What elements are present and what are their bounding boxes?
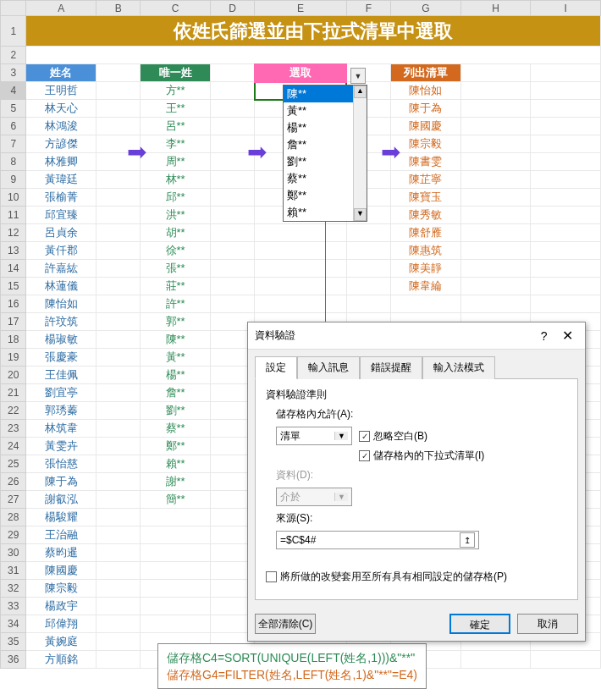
unique-cell[interactable]: 蔡** [141, 420, 211, 438]
name-cell[interactable]: 郭琇蓁 [26, 402, 96, 420]
unique-cell[interactable]: 胡** [141, 224, 211, 242]
row-21[interactable]: 21 [1, 384, 26, 402]
result-cell[interactable]: 陳于為 [391, 100, 461, 118]
name-cell[interactable]: 謝叡泓 [26, 491, 96, 509]
row-4[interactable]: 4 [1, 82, 26, 100]
row-27[interactable]: 27 [1, 491, 26, 509]
unique-cell[interactable]: 方** [141, 82, 211, 100]
row-13[interactable]: 13 [1, 242, 26, 260]
row-15[interactable]: 15 [1, 278, 26, 295]
row-17[interactable]: 17 [1, 313, 26, 331]
name-cell[interactable]: 蔡昀暹 [26, 544, 96, 562]
unique-cell[interactable]: 楊** [141, 367, 211, 384]
unique-cell[interactable]: 呂** [141, 118, 211, 135]
row-12[interactable]: 12 [1, 224, 26, 242]
name-cell[interactable]: 黃婉庭 [26, 633, 96, 651]
row-7[interactable]: 7 [1, 135, 26, 153]
tab-ime-mode[interactable]: 輸入法模式 [422, 356, 495, 379]
row-35[interactable]: 35 [1, 633, 26, 651]
name-cell[interactable]: 楊琡敏 [26, 331, 96, 349]
name-cell[interactable]: 張怡慈 [26, 455, 96, 473]
name-cell[interactable]: 黃仟郡 [26, 242, 96, 260]
name-cell[interactable]: 邱偉翔 [26, 615, 96, 633]
row-26[interactable]: 26 [1, 473, 26, 491]
row-36[interactable]: 36 [1, 651, 26, 669]
unique-cell[interactable]: 陳** [141, 331, 211, 349]
name-cell[interactable]: 陳怡如 [26, 295, 96, 313]
in-cell-dropdown-checkbox[interactable]: ✓ 儲存格內的下拉式清單(I) [359, 449, 484, 463]
source-input[interactable]: =$C$4# ↥ [276, 531, 479, 549]
dropdown-scrollbar[interactable]: ▲ ▼ [353, 85, 367, 221]
unique-cell[interactable]: 劉** [141, 402, 211, 420]
name-cell[interactable]: 林天心 [26, 100, 96, 118]
row-20[interactable]: 20 [1, 367, 26, 384]
name-cell[interactable]: 方諺傑 [26, 135, 96, 153]
unique-cell[interactable]: 謝** [141, 473, 211, 491]
result-cell[interactable] [391, 295, 461, 313]
row-6[interactable]: 6 [1, 118, 26, 135]
unique-cell[interactable] [141, 615, 211, 633]
name-cell[interactable]: 劉宜亭 [26, 384, 96, 402]
unique-cell[interactable] [141, 580, 211, 598]
unique-cell[interactable]: 鄭** [141, 438, 211, 455]
row-31[interactable]: 31 [1, 562, 26, 580]
row-25[interactable]: 25 [1, 455, 26, 473]
unique-cell[interactable] [141, 526, 211, 544]
unique-cell[interactable] [141, 598, 211, 615]
name-cell[interactable]: 楊政宇 [26, 598, 96, 615]
name-cell[interactable]: 王佳佩 [26, 367, 96, 384]
name-cell[interactable]: 王明哲 [26, 82, 96, 100]
name-cell[interactable]: 林鴻浚 [26, 118, 96, 135]
row-10[interactable]: 10 [1, 189, 26, 207]
unique-cell[interactable]: 賴** [141, 455, 211, 473]
result-cell[interactable]: 陳惠筑 [391, 242, 461, 260]
unique-cell[interactable]: 許** [141, 295, 211, 313]
col-E[interactable]: E [255, 1, 347, 16]
row-33[interactable]: 33 [1, 598, 26, 615]
unique-cell[interactable]: 邱** [141, 189, 211, 207]
unique-cell[interactable]: 張** [141, 260, 211, 278]
row-2[interactable]: 2 [1, 47, 26, 64]
result-cell[interactable]: 陳芷寧 [391, 171, 461, 189]
name-cell[interactable]: 陳于為 [26, 473, 96, 491]
name-cell[interactable]: 方順銘 [26, 651, 96, 669]
unique-cell[interactable]: 徐** [141, 242, 211, 260]
col-C[interactable]: C [141, 1, 211, 16]
result-cell[interactable]: 陳美靜 [391, 260, 461, 278]
col-H[interactable]: H [460, 1, 531, 16]
row-3[interactable]: 3 [1, 64, 26, 82]
result-cell[interactable]: 陳寶玉 [391, 189, 461, 207]
scroll-up-icon[interactable]: ▲ [354, 85, 367, 98]
row-16[interactable]: 16 [1, 295, 26, 313]
row-24[interactable]: 24 [1, 438, 26, 455]
row-9[interactable]: 9 [1, 171, 26, 189]
row-23[interactable]: 23 [1, 420, 26, 438]
result-cell[interactable]: 陳舒雁 [391, 224, 461, 242]
tab-error-alert[interactable]: 錯誤提醒 [360, 356, 422, 379]
name-cell[interactable]: 黃瑋廷 [26, 171, 96, 189]
unique-cell[interactable]: 詹** [141, 384, 211, 402]
allow-select[interactable]: 清單 ▼ [276, 427, 352, 445]
result-cell[interactable]: 陳韋綸 [391, 278, 461, 295]
name-cell[interactable]: 張慶豪 [26, 349, 96, 367]
result-cell[interactable]: 陳秀敏 [391, 207, 461, 224]
result-cell[interactable]: 陳怡如 [391, 82, 461, 100]
close-icon[interactable]: ✕ [557, 328, 578, 343]
dropdown-list[interactable]: 陳**黃**楊**詹**劉**蔡**鄭**賴** ▲ ▼ [283, 85, 367, 222]
name-cell[interactable]: 楊駿耀 [26, 509, 96, 526]
row-14[interactable]: 14 [1, 260, 26, 278]
row-5[interactable]: 5 [1, 100, 26, 118]
unique-cell[interactable]: 王** [141, 100, 211, 118]
unique-cell[interactable]: 洪** [141, 207, 211, 224]
name-cell[interactable]: 呂貞余 [26, 224, 96, 242]
row-11[interactable]: 11 [1, 207, 26, 224]
name-cell[interactable]: 許玟筑 [26, 313, 96, 331]
unique-cell[interactable]: 林** [141, 171, 211, 189]
unique-cell[interactable] [141, 509, 211, 526]
name-cell[interactable]: 林雅卿 [26, 153, 96, 171]
name-cell[interactable]: 許嘉紘 [26, 260, 96, 278]
help-icon[interactable]: ? [534, 329, 554, 343]
name-cell[interactable]: 陳宗毅 [26, 580, 96, 598]
dropdown-button[interactable]: ▼ [350, 68, 366, 84]
col-G[interactable]: G [391, 1, 461, 16]
